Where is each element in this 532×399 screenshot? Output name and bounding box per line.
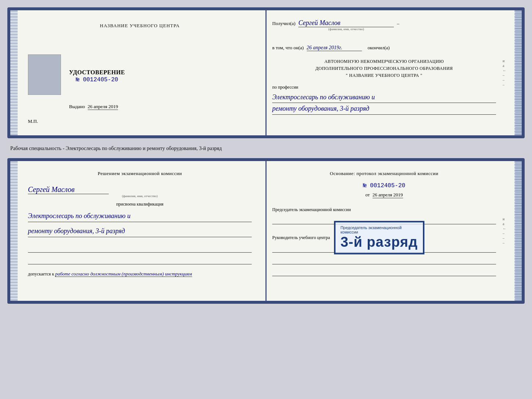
doc2-right: Основание: протокол экзаменационной коми… <box>262 161 514 301</box>
ot-date: 26 апреля 2019 <box>373 192 403 198</box>
prot-number: № 0012405-20 <box>272 182 496 189</box>
rukovoditel-sig-line-2 <box>272 256 496 264</box>
doc2-left: Решением экзаменационной комиссии Сергей… <box>18 161 262 301</box>
dash-1: – <box>397 21 399 26</box>
right-letters-2: и а ← – – – <box>503 217 506 245</box>
okonchil-label: окончил(а) <box>368 45 390 51</box>
profession-line2-1: ремонту оборудования, 3-й разряд <box>272 103 496 115</box>
stamp-komissia-label: Председатель экзаменационнойкомиссии <box>341 225 418 234</box>
between-text: Рабочая специальность - Электрослесарь п… <box>7 144 525 152</box>
spine-left-1 <box>10 10 18 135</box>
mp-label: М.П. <box>28 118 38 124</box>
vydano-line: Выдано 26 апреля 2019 <box>69 104 118 110</box>
dopuskaetsya-block: допускается к работе согласно должностны… <box>28 270 252 278</box>
komissia-name: Сергей Маслов <box>28 185 109 194</box>
dopuskaetsya-text: работе согласно должностным (производств… <box>55 271 192 277</box>
spine-right-2 <box>514 161 522 301</box>
chairman-label: Председатель экзаменационной комиссии <box>272 207 496 213</box>
komissia-title: Решением экзаменационной комиссии <box>28 170 252 177</box>
stamp: Председатель экзаменационнойкомиссии 3-й… <box>334 221 424 254</box>
spine-left-2 <box>10 161 18 301</box>
profession-line2-2: ремонту оборудования, 3-й разряд <box>28 225 252 237</box>
profession-line1-2: Электрослесарь по обслуживанию и <box>28 210 252 222</box>
sig-line-1 <box>28 244 252 253</box>
vydano-label: Выдано <box>69 104 85 109</box>
udostoverenie-number: № 0012405-20 <box>69 76 125 83</box>
right-letters-1: и а ← – – – <box>503 59 506 87</box>
fio-label-2: (фамилия, имя, отчество) <box>28 194 252 198</box>
rukovoditel-sig-line-3 <box>272 267 496 276</box>
org-line1: АВТОНОМНУЮ НЕКОММЕРЧЕСКУЮ ОРГАНИЗАЦИЮ <box>272 58 496 65</box>
profession-line1-1: Электрослесарь по обслуживанию и <box>272 92 496 103</box>
poluchil-label: Получил(а) <box>272 21 295 26</box>
signature-lines <box>28 244 252 264</box>
org-line2: ДОПОЛНИТЕЛЬНОГО ПРОФЕССИОНАЛЬНОГО ОБРАЗО… <box>272 65 496 72</box>
vydano-date: 26 апреля 2019 <box>88 104 118 110</box>
stamp-main-text: 3-й разряд <box>341 234 418 250</box>
ot-date-block: от 26 апреля 2019 <box>272 192 496 198</box>
osnovanie-text: Основание: протокол экзаменационной коми… <box>272 170 496 177</box>
udostoverenie-label: УДОСТОВЕРЕНИЕ <box>69 69 125 76</box>
ot-label: от <box>365 192 370 197</box>
doc1-left: НАЗВАНИЕ УЧЕБНОГО ЦЕНТРА УДОСТОВЕРЕНИЕ №… <box>18 10 262 135</box>
org-block: АВТОНОМНУЮ НЕКОММЕРЧЕСКУЮ ОРГАНИЗАЦИЮ ДО… <box>272 58 496 79</box>
fio-label-1: (фамилия, имя, отчество) <box>298 27 394 31</box>
photo-placeholder <box>28 54 61 95</box>
page-wrapper: НАЗВАНИЕ УЧЕБНОГО ЦЕНТРА УДОСТОВЕРЕНИЕ №… <box>7 7 525 304</box>
recipient-name: Сергей Маслов <box>298 19 394 27</box>
document-card-1: НАЗВАНИЕ УЧЕБНОГО ЦЕНТРА УДОСТОВЕРЕНИЕ №… <box>7 7 525 138</box>
poprofessii-label: по профессии <box>272 85 496 90</box>
vtom-date: 26 апреля 2019г. <box>307 45 362 51</box>
document-card-2: Решением экзаменационной комиссии Сергей… <box>7 158 525 304</box>
org-line3: " НАЗВАНИЕ УЧЕБНОГО ЦЕНТРА " <box>272 72 496 79</box>
dopuskaetsya-label: допускается к <box>28 271 54 277</box>
spine-right-1 <box>514 10 522 135</box>
prisvoena-label: присвоена квалификация <box>28 202 252 207</box>
doc1-right: Получил(а) Сергей Маслов (фамилия, имя, … <box>262 10 514 135</box>
vtom-label: в том, что он(а) <box>272 45 304 51</box>
training-center-title-1: НАЗВАНИЕ УЧЕБНОГО ЦЕНТРА <box>100 23 180 28</box>
sig-line-2 <box>28 256 252 264</box>
